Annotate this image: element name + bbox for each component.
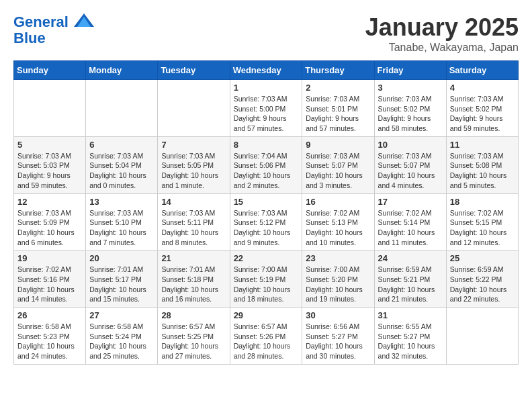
day-info: Sunrise: 7:03 AM Sunset: 5:02 PM Dayligh… bbox=[450, 94, 515, 134]
calendar-cell: 27Sunrise: 6:58 AM Sunset: 5:24 PM Dayli… bbox=[86, 308, 158, 365]
day-number: 26 bbox=[17, 310, 82, 320]
calendar-cell: 10Sunrise: 7:03 AM Sunset: 5:07 PM Dayli… bbox=[374, 136, 446, 193]
calendar-cell: 30Sunrise: 6:56 AM Sunset: 5:27 PM Dayli… bbox=[302, 308, 374, 365]
day-info: Sunrise: 7:03 AM Sunset: 5:10 PM Dayligh… bbox=[89, 208, 154, 248]
day-info: Sunrise: 7:03 AM Sunset: 5:02 PM Dayligh… bbox=[378, 94, 443, 134]
day-info: Sunrise: 7:00 AM Sunset: 5:19 PM Dayligh… bbox=[234, 265, 299, 304]
weekday-header-friday: Friday bbox=[374, 61, 446, 80]
day-info: Sunrise: 7:03 AM Sunset: 5:05 PM Dayligh… bbox=[161, 151, 226, 191]
day-info: Sunrise: 6:56 AM Sunset: 5:27 PM Dayligh… bbox=[306, 322, 370, 361]
calendar-cell: 18Sunrise: 7:02 AM Sunset: 5:15 PM Dayli… bbox=[446, 193, 518, 250]
day-number: 11 bbox=[450, 140, 515, 150]
page-header: General Blue January 2025 Tanabe, Wakaya… bbox=[13, 13, 519, 54]
calendar-cell: 23Sunrise: 7:00 AM Sunset: 5:20 PM Dayli… bbox=[302, 250, 374, 308]
day-info: Sunrise: 7:01 AM Sunset: 5:17 PM Dayligh… bbox=[89, 265, 154, 304]
day-number: 14 bbox=[161, 197, 226, 207]
logo-icon bbox=[74, 13, 94, 27]
day-number: 22 bbox=[234, 253, 299, 263]
calendar-cell: 2Sunrise: 7:03 AM Sunset: 5:01 PM Daylig… bbox=[302, 80, 374, 137]
day-number: 25 bbox=[450, 253, 515, 263]
day-info: Sunrise: 7:04 AM Sunset: 5:06 PM Dayligh… bbox=[234, 151, 299, 191]
calendar-cell: 3Sunrise: 7:03 AM Sunset: 5:02 PM Daylig… bbox=[374, 80, 446, 137]
calendar-cell bbox=[446, 308, 518, 365]
calendar-cell: 29Sunrise: 6:57 AM Sunset: 5:26 PM Dayli… bbox=[230, 308, 302, 365]
day-number: 18 bbox=[450, 197, 515, 207]
day-info: Sunrise: 7:03 AM Sunset: 5:07 PM Dayligh… bbox=[306, 151, 370, 191]
day-number: 9 bbox=[306, 140, 370, 150]
weekday-header-row: SundayMondayTuesdayWednesdayThursdayFrid… bbox=[14, 61, 519, 80]
month-title: January 2025 bbox=[365, 13, 519, 42]
day-info: Sunrise: 7:03 AM Sunset: 5:11 PM Dayligh… bbox=[161, 208, 226, 248]
week-row-2: 5Sunrise: 7:03 AM Sunset: 5:03 PM Daylig… bbox=[14, 136, 519, 193]
day-info: Sunrise: 7:02 AM Sunset: 5:16 PM Dayligh… bbox=[17, 265, 82, 304]
day-number: 28 bbox=[161, 310, 226, 320]
weekday-header-tuesday: Tuesday bbox=[158, 61, 230, 80]
calendar-cell: 14Sunrise: 7:03 AM Sunset: 5:11 PM Dayli… bbox=[158, 193, 230, 250]
day-info: Sunrise: 6:58 AM Sunset: 5:23 PM Dayligh… bbox=[17, 322, 82, 361]
day-info: Sunrise: 6:55 AM Sunset: 5:27 PM Dayligh… bbox=[378, 322, 443, 361]
title-block: January 2025 Tanabe, Wakayama, Japan bbox=[365, 13, 519, 54]
calendar-cell: 20Sunrise: 7:01 AM Sunset: 5:17 PM Dayli… bbox=[86, 250, 158, 308]
day-number: 4 bbox=[450, 83, 515, 93]
calendar-cell: 28Sunrise: 6:57 AM Sunset: 5:25 PM Dayli… bbox=[158, 308, 230, 365]
week-row-1: 1Sunrise: 7:03 AM Sunset: 5:00 PM Daylig… bbox=[14, 80, 519, 137]
calendar-cell: 15Sunrise: 7:03 AM Sunset: 5:12 PM Dayli… bbox=[230, 193, 302, 250]
day-info: Sunrise: 6:57 AM Sunset: 5:26 PM Dayligh… bbox=[234, 322, 299, 361]
day-info: Sunrise: 7:03 AM Sunset: 5:07 PM Dayligh… bbox=[378, 151, 443, 191]
day-number: 2 bbox=[306, 83, 370, 93]
day-info: Sunrise: 7:02 AM Sunset: 5:15 PM Dayligh… bbox=[450, 208, 515, 248]
location: Tanabe, Wakayama, Japan bbox=[365, 42, 519, 54]
weekday-header-saturday: Saturday bbox=[446, 61, 518, 80]
day-number: 8 bbox=[234, 140, 299, 150]
day-info: Sunrise: 6:59 AM Sunset: 5:22 PM Dayligh… bbox=[450, 265, 515, 304]
day-number: 6 bbox=[89, 140, 154, 150]
calendar-cell bbox=[14, 80, 86, 137]
calendar-cell bbox=[158, 80, 230, 137]
weekday-header-monday: Monday bbox=[86, 61, 158, 80]
weekday-header-wednesday: Wednesday bbox=[230, 61, 302, 80]
day-number: 31 bbox=[378, 310, 443, 320]
calendar-cell: 13Sunrise: 7:03 AM Sunset: 5:10 PM Dayli… bbox=[86, 193, 158, 250]
day-number: 5 bbox=[17, 140, 82, 150]
day-info: Sunrise: 7:01 AM Sunset: 5:18 PM Dayligh… bbox=[161, 265, 226, 304]
calendar-cell: 24Sunrise: 6:59 AM Sunset: 5:21 PM Dayli… bbox=[374, 250, 446, 308]
day-number: 29 bbox=[234, 310, 299, 320]
calendar-cell: 21Sunrise: 7:01 AM Sunset: 5:18 PM Dayli… bbox=[158, 250, 230, 308]
day-number: 10 bbox=[378, 140, 443, 150]
day-number: 27 bbox=[89, 310, 154, 320]
calendar-cell: 4Sunrise: 7:03 AM Sunset: 5:02 PM Daylig… bbox=[446, 80, 518, 137]
calendar-cell: 1Sunrise: 7:03 AM Sunset: 5:00 PM Daylig… bbox=[230, 80, 302, 137]
day-info: Sunrise: 7:03 AM Sunset: 5:09 PM Dayligh… bbox=[17, 208, 82, 248]
week-row-3: 12Sunrise: 7:03 AM Sunset: 5:09 PM Dayli… bbox=[14, 193, 519, 250]
calendar-table: SundayMondayTuesdayWednesdayThursdayFrid… bbox=[13, 60, 519, 365]
day-number: 30 bbox=[306, 310, 370, 320]
day-info: Sunrise: 6:58 AM Sunset: 5:24 PM Dayligh… bbox=[89, 322, 154, 361]
day-info: Sunrise: 7:03 AM Sunset: 5:12 PM Dayligh… bbox=[234, 208, 299, 248]
calendar-cell: 7Sunrise: 7:03 AM Sunset: 5:05 PM Daylig… bbox=[158, 136, 230, 193]
calendar-cell: 6Sunrise: 7:03 AM Sunset: 5:04 PM Daylig… bbox=[86, 136, 158, 193]
calendar-cell: 5Sunrise: 7:03 AM Sunset: 5:03 PM Daylig… bbox=[14, 136, 86, 193]
day-info: Sunrise: 7:02 AM Sunset: 5:14 PM Dayligh… bbox=[378, 208, 443, 248]
weekday-header-thursday: Thursday bbox=[302, 61, 374, 80]
week-row-4: 19Sunrise: 7:02 AM Sunset: 5:16 PM Dayli… bbox=[14, 250, 519, 308]
calendar-cell: 17Sunrise: 7:02 AM Sunset: 5:14 PM Dayli… bbox=[374, 193, 446, 250]
logo-text: General bbox=[13, 13, 94, 30]
day-info: Sunrise: 7:03 AM Sunset: 5:08 PM Dayligh… bbox=[450, 151, 515, 191]
day-info: Sunrise: 6:59 AM Sunset: 5:21 PM Dayligh… bbox=[378, 265, 443, 304]
day-number: 19 bbox=[17, 253, 82, 263]
day-info: Sunrise: 7:03 AM Sunset: 5:00 PM Dayligh… bbox=[234, 94, 299, 134]
day-number: 3 bbox=[378, 83, 443, 93]
calendar-cell: 11Sunrise: 7:03 AM Sunset: 5:08 PM Dayli… bbox=[446, 136, 518, 193]
calendar-cell: 12Sunrise: 7:03 AM Sunset: 5:09 PM Dayli… bbox=[14, 193, 86, 250]
day-number: 20 bbox=[89, 253, 154, 263]
day-number: 23 bbox=[306, 253, 370, 263]
day-info: Sunrise: 7:03 AM Sunset: 5:01 PM Dayligh… bbox=[306, 94, 370, 134]
logo-blue: Blue bbox=[13, 30, 94, 46]
calendar-cell: 16Sunrise: 7:02 AM Sunset: 5:13 PM Dayli… bbox=[302, 193, 374, 250]
calendar-cell: 22Sunrise: 7:00 AM Sunset: 5:19 PM Dayli… bbox=[230, 250, 302, 308]
weekday-header-sunday: Sunday bbox=[14, 61, 86, 80]
day-info: Sunrise: 7:00 AM Sunset: 5:20 PM Dayligh… bbox=[306, 265, 370, 304]
day-number: 21 bbox=[161, 253, 226, 263]
calendar-cell: 26Sunrise: 6:58 AM Sunset: 5:23 PM Dayli… bbox=[14, 308, 86, 365]
logo: General Blue bbox=[13, 13, 94, 46]
